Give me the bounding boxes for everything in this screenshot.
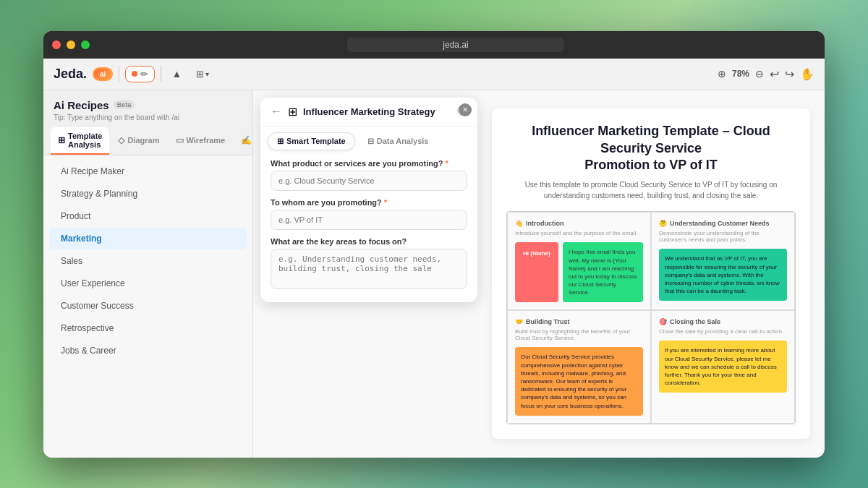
data-analysis-label: Data Analysis	[377, 137, 429, 145]
closing-sale-label: 🎯 Closing the Sale	[659, 318, 787, 325]
tab-diagram-label: Diagram	[127, 136, 159, 145]
customer-needs-label: 🤔 Understanding Customer Needs	[659, 220, 787, 227]
tab-writer[interactable]: ✍ Writer	[234, 127, 253, 155]
template-view: Influencer Marketing Template – Cloud Se…	[492, 108, 810, 439]
nav-item-sales[interactable]: Sales	[49, 250, 247, 272]
back-button[interactable]: ←	[271, 105, 282, 118]
quadrant-customer-needs: 🤔 Understanding Customer Needs Demonstra…	[651, 212, 795, 310]
canvas-area: ✕ ← ⊞ Influencer Marketing Strategy ⓘ ⊞ …	[253, 90, 825, 458]
maximize-button[interactable]	[81, 40, 90, 49]
separator-2	[161, 66, 161, 82]
pen-tool-icon: ✏	[140, 69, 148, 80]
introduction-title: Introduction	[526, 220, 564, 227]
tab-diagram[interactable]: ◇ Diagram	[111, 127, 166, 155]
quadrant-building-trust: 🤝 Building Trust Build trust by highligh…	[507, 310, 651, 423]
logo: Jeda.	[54, 67, 87, 82]
main-area: Ai Recipes Beta Tip: Type anything on th…	[43, 90, 825, 458]
ai-recipes-header: Ai Recipes Beta Tip: Type anything on th…	[43, 90, 252, 127]
template-desc: Use this template to promote Cloud Secur…	[506, 179, 796, 201]
url-bar[interactable]	[347, 38, 564, 52]
nav-item-user-experience[interactable]: User Experience	[49, 273, 247, 294]
circle-tool-icon	[132, 71, 137, 77]
customer-needs-emoji: 🤔	[659, 220, 667, 227]
introduction-label: 👋 Introduction	[515, 220, 643, 227]
nav-item-strategy-planning[interactable]: Strategy & Planning	[49, 183, 247, 205]
toolbar: Jeda. ai ✏ ▲ ⊞ ▾ ⊕ 78% ⊖ ↩ ↪ ✋	[43, 59, 825, 90]
template-analysis-icon: ⊞	[58, 135, 65, 145]
nav-item-product[interactable]: Product	[49, 205, 247, 227]
audience-input[interactable]	[271, 210, 467, 230]
select-tool-button[interactable]: ▲	[167, 65, 186, 82]
nav-item-customer-success[interactable]: Customer Success	[49, 295, 247, 317]
ai-badge: ai	[93, 67, 113, 81]
nav-item-marketing[interactable]: Marketing	[49, 228, 247, 249]
ai-recipes-label: Ai Recipes	[54, 99, 109, 111]
ai-recipes-title: Ai Recipes Beta	[54, 99, 242, 111]
sticky-hi-name: Hi {Name}	[515, 242, 558, 302]
smart-template-icon: ⊞	[277, 137, 284, 146]
field-audience: To whom are you promoting? *	[271, 198, 467, 230]
closing-sale-sublabel: Close the sale by providing a clear call…	[659, 328, 787, 335]
titlebar	[43, 31, 825, 59]
building-trust-label: 🤝 Building Trust	[515, 318, 643, 325]
tab-template-analysis[interactable]: ⊞ Template Analysis	[51, 127, 109, 155]
separator-1	[119, 66, 119, 82]
building-trust-sublabel: Build trust by highlighting the benefits…	[515, 328, 643, 341]
tab-wireframe[interactable]: ▭ Wireframe	[169, 127, 233, 155]
wireframe-icon: ▭	[176, 135, 184, 145]
titlebar-center	[95, 38, 816, 52]
introduction-sublabel: Introduce yourself and the purpose of th…	[515, 230, 643, 236]
zoom-value[interactable]: 78%	[732, 69, 749, 79]
introduction-emoji: 👋	[515, 220, 523, 227]
data-analysis-icon: ⊟	[367, 137, 374, 146]
zoom-in-button[interactable]: ⊕	[718, 68, 726, 80]
field-product-label: What product or services are you promoti…	[271, 159, 467, 168]
template-title: Influencer Marketing Template – Cloud Se…	[506, 123, 796, 174]
recipe-tabs: ⊞ Template Analysis ◇ Diagram ▭ Wirefram…	[43, 127, 252, 155]
shapes-tool-button[interactable]: ⊞ ▾	[192, 66, 213, 82]
introduction-notes: Hi {Name} I hope this email finds you we…	[515, 242, 643, 302]
minimize-button[interactable]	[67, 40, 75, 49]
nav-item-jobs-career[interactable]: Jobs & Career	[49, 340, 247, 361]
panel-template-icon: ⊞	[288, 105, 297, 119]
hand-tool-button[interactable]: ✋	[800, 67, 814, 81]
customer-needs-sublabel: Demonstrate your understanding of the cu…	[659, 230, 787, 243]
required-asterisk: *	[445, 159, 448, 168]
closing-sale-emoji: 🎯	[659, 318, 667, 325]
left-panel: Ai Recipes Beta Tip: Type anything on th…	[43, 90, 253, 458]
field-key-areas: What are the key areas to focus on?	[271, 237, 467, 292]
nav-item-retrospective[interactable]: Retrospective	[49, 317, 247, 339]
field-product: What product or services are you promoti…	[271, 159, 467, 191]
close-panel-button[interactable]: ✕	[459, 103, 472, 116]
quadrant-grid: 👋 Introduction Introduce yourself and th…	[506, 211, 796, 424]
quadrant-introduction: 👋 Introduction Introduce yourself and th…	[507, 212, 651, 310]
required-asterisk-2: *	[384, 198, 387, 207]
draw-tools[interactable]: ✏	[125, 66, 155, 82]
ai-panel-header: ← ⊞ Influencer Marketing Strategy ⓘ	[260, 98, 477, 127]
panel-body: What product or services are you promoti…	[260, 150, 477, 302]
tab-data-analysis[interactable]: ⊟ Data Analysis	[358, 132, 438, 150]
undo-button[interactable]: ↩	[770, 67, 779, 81]
customer-needs-title: Understanding Customer Needs	[670, 220, 770, 227]
key-areas-textarea[interactable]	[271, 249, 467, 289]
smart-template-label: Smart Template	[286, 137, 346, 145]
zoom-out-button[interactable]: ⊖	[755, 68, 764, 80]
nav-item-ai-recipe-maker[interactable]: Ai Recipe Maker	[49, 160, 247, 182]
panel-tabs: ⊞ Smart Template ⊟ Data Analysis	[260, 127, 477, 150]
diagram-icon: ◇	[118, 135, 124, 145]
product-input[interactable]	[271, 171, 467, 191]
tab-smart-template[interactable]: ⊞ Smart Template	[268, 132, 355, 150]
close-button[interactable]	[52, 40, 61, 49]
sticky-intro-text: I hope this email finds you well. My nam…	[563, 242, 643, 302]
zoom-controls: ⊕ 78% ⊖ ↩ ↪ ✋	[718, 67, 814, 81]
tab-template-analysis-label: Template Analysis	[68, 132, 102, 149]
field-audience-label: To whom are you promoting? *	[271, 198, 467, 207]
field-key-areas-label: What are the key areas to focus on?	[271, 237, 467, 246]
nav-list: Ai Recipe Maker Strategy & Planning Prod…	[43, 155, 252, 458]
redo-button[interactable]: ↪	[785, 67, 794, 81]
sticky-building-trust: Our Cloud Security Service provides comp…	[515, 347, 643, 415]
writer-icon: ✍	[241, 135, 252, 145]
sticky-closing-sale: If you are interested in learning more a…	[659, 341, 787, 393]
closing-sale-title: Closing the Sale	[670, 318, 720, 325]
tab-wireframe-label: Wireframe	[187, 136, 226, 145]
